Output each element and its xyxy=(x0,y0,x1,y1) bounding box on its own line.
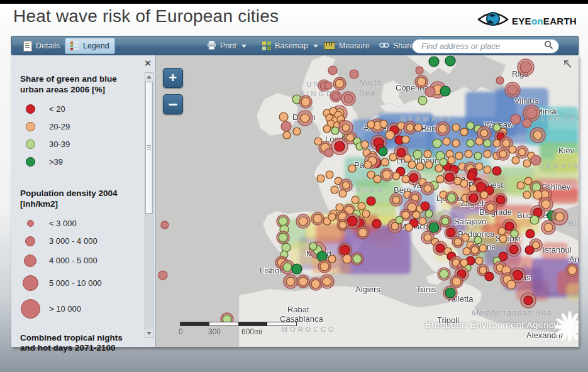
city-marker[interactable] xyxy=(507,243,521,256)
city-marker[interactable] xyxy=(445,192,458,204)
city-marker[interactable] xyxy=(480,191,488,199)
city-marker[interactable] xyxy=(339,190,347,197)
city-marker[interactable] xyxy=(452,124,460,131)
city-marker[interactable] xyxy=(518,59,534,75)
city-marker[interactable] xyxy=(277,231,289,244)
city-marker[interactable] xyxy=(475,138,483,145)
city-marker[interactable] xyxy=(323,125,331,133)
city-marker[interactable] xyxy=(380,168,393,181)
city-marker[interactable] xyxy=(416,67,423,74)
city-marker[interactable] xyxy=(330,90,341,102)
city-marker[interactable] xyxy=(396,216,403,224)
city-marker[interactable] xyxy=(475,257,483,265)
city-marker[interactable] xyxy=(284,275,297,288)
city-marker[interactable] xyxy=(283,131,291,139)
city-marker[interactable] xyxy=(467,122,474,129)
city-marker[interactable] xyxy=(317,175,325,182)
city-marker[interactable] xyxy=(348,165,356,172)
city-marker[interactable] xyxy=(314,138,322,145)
city-marker[interactable] xyxy=(281,121,291,131)
city-marker[interactable] xyxy=(438,268,450,280)
city-marker[interactable] xyxy=(452,236,463,248)
city-marker[interactable] xyxy=(484,201,497,214)
city-marker[interactable] xyxy=(390,194,402,206)
city-marker[interactable] xyxy=(436,175,444,183)
city-marker[interactable] xyxy=(531,155,541,165)
city-marker[interactable] xyxy=(484,150,491,158)
city-marker[interactable] xyxy=(523,160,531,167)
city-marker[interactable] xyxy=(436,122,450,136)
city-marker[interactable] xyxy=(389,153,397,161)
city-marker[interactable] xyxy=(336,204,343,211)
city-marker[interactable] xyxy=(499,235,507,243)
city-marker[interactable] xyxy=(505,82,520,97)
city-marker[interactable] xyxy=(337,219,348,231)
city-marker[interactable] xyxy=(367,197,375,205)
city-marker[interactable] xyxy=(440,86,450,96)
city-marker[interactable] xyxy=(465,150,472,158)
city-marker[interactable] xyxy=(511,114,521,124)
city-marker[interactable] xyxy=(424,150,431,158)
city-marker[interactable] xyxy=(325,82,332,89)
city-marker[interactable] xyxy=(381,158,389,166)
city-marker[interactable] xyxy=(328,66,337,75)
city-marker[interactable] xyxy=(467,191,480,205)
city-marker[interactable] xyxy=(392,172,400,180)
city-marker[interactable] xyxy=(475,163,483,170)
city-marker[interactable] xyxy=(367,121,375,128)
city-marker[interactable] xyxy=(516,146,528,158)
city-marker[interactable] xyxy=(372,219,381,228)
city-marker[interactable] xyxy=(326,171,333,178)
city-marker[interactable] xyxy=(526,229,535,238)
city-marker[interactable] xyxy=(425,87,435,97)
city-marker[interactable] xyxy=(333,77,346,90)
city-marker[interactable] xyxy=(357,226,369,239)
city-marker[interactable] xyxy=(429,57,439,67)
city-marker[interactable] xyxy=(419,217,426,225)
city-marker[interactable] xyxy=(509,146,516,153)
city-marker[interactable] xyxy=(524,177,532,185)
scrollbar-thumb[interactable] xyxy=(145,82,153,214)
city-marker[interactable] xyxy=(358,202,365,210)
city-marker[interactable] xyxy=(498,227,506,235)
city-marker[interactable] xyxy=(511,230,518,238)
close-icon[interactable]: × xyxy=(145,58,151,68)
city-marker[interactable] xyxy=(413,211,420,219)
city-marker[interactable] xyxy=(362,210,370,217)
city-marker[interactable] xyxy=(311,212,324,225)
city-marker[interactable] xyxy=(386,131,394,140)
city-marker[interactable] xyxy=(380,120,387,128)
city-marker[interactable] xyxy=(448,156,455,164)
city-marker[interactable] xyxy=(507,280,516,289)
city-marker[interactable] xyxy=(566,264,579,276)
city-marker[interactable] xyxy=(467,140,474,147)
city-marker[interactable] xyxy=(512,156,519,164)
city-marker[interactable] xyxy=(460,259,468,266)
city-marker[interactable] xyxy=(161,221,169,229)
city-marker[interactable] xyxy=(309,243,317,250)
city-marker[interactable] xyxy=(331,127,339,134)
city-marker[interactable] xyxy=(292,264,302,274)
legend-scrollbar[interactable] xyxy=(145,72,153,338)
scroll-up-arrow[interactable] xyxy=(145,73,153,81)
city-marker[interactable] xyxy=(525,246,534,254)
city-marker[interactable] xyxy=(415,75,428,88)
city-marker[interactable] xyxy=(460,180,468,187)
city-marker[interactable] xyxy=(496,77,504,84)
city-marker[interactable] xyxy=(320,275,334,288)
city-marker[interactable] xyxy=(418,96,427,105)
city-marker[interactable] xyxy=(350,70,358,79)
city-marker[interactable] xyxy=(445,56,455,66)
city-marker[interactable] xyxy=(539,197,553,211)
city-marker[interactable] xyxy=(443,138,450,145)
city-marker[interactable] xyxy=(421,202,430,211)
city-marker[interactable] xyxy=(479,244,487,252)
city-marker[interactable] xyxy=(523,191,531,199)
city-marker[interactable] xyxy=(299,96,312,108)
city-marker[interactable] xyxy=(351,253,363,265)
basemap-button[interactable]: Basemap xyxy=(257,38,323,53)
city-marker[interactable] xyxy=(405,224,413,231)
city-marker[interactable] xyxy=(343,254,352,263)
city-marker[interactable] xyxy=(440,158,447,166)
city-marker[interactable] xyxy=(452,140,460,147)
